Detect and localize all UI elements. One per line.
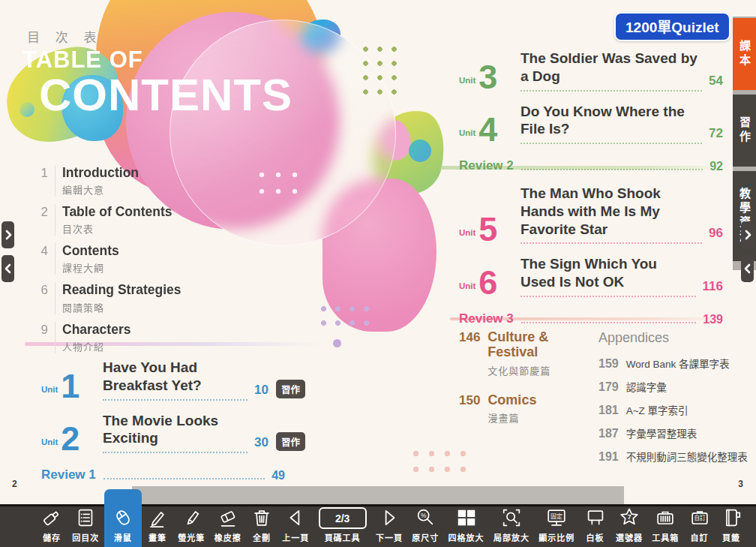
item-title: Culture & Festival [488, 330, 602, 360]
bottom-toolbar: 儲存 回目次 滑鼠 畫筆 螢光筆 橡皮擦 [0, 504, 756, 547]
eraser-tool-button[interactable]: 橡皮擦 [210, 504, 246, 547]
page-tabs-button[interactable]: 頁籤 [716, 504, 747, 547]
unit-title: Have You Had Breakfast Yet? [103, 359, 248, 395]
item-page-number: 150 [459, 393, 480, 425]
item-subtitle: 閱讀策略 [62, 300, 182, 314]
display-ratio-icon: 固定 [544, 506, 568, 529]
save-button[interactable]: 儲存 [36, 504, 68, 547]
chevron-left-icon [4, 263, 12, 274]
unit-word: Unit [459, 281, 476, 290]
unit-row[interactable]: Unit 4 Do You Know Where the File Is? 72 [459, 103, 723, 145]
item-subtitle: 漫畫篇 [488, 410, 536, 425]
display-ratio-button[interactable]: 固定 顯示比例 [534, 504, 579, 547]
workbook-badge[interactable]: 習作 [276, 432, 305, 451]
unit-row[interactable]: Unit 1 Have You Had Breakfast Yet? 10 習作 [41, 359, 305, 401]
review-page-number: 139 [703, 313, 723, 326]
chevron-right-icon [744, 230, 752, 240]
front-matter-item[interactable]: 6 Reading Strategies 閱讀策略 [36, 282, 216, 314]
unit-word: Unit [41, 437, 58, 446]
front-matter-list: 1 Introduction 編輯大意 2 Table of Contents … [36, 165, 216, 353]
toolbox-button[interactable]: 工具箱 [647, 504, 683, 547]
left-edge-next-arrow[interactable] [2, 221, 14, 248]
item-page-number: 1 [36, 165, 48, 197]
trash-icon [250, 506, 273, 529]
mouse-tool-button[interactable]: 滑鼠 [104, 489, 142, 547]
item-title: Introduction [62, 165, 139, 180]
front-matter-item[interactable]: 2 Table of Contents 目次表 [36, 204, 216, 236]
appendix-item[interactable]: 191 不規則動詞三態變化整理表 [598, 449, 752, 464]
item-page-number: 6 [36, 282, 48, 314]
front-matter-item[interactable]: 9 Characters 人物介紹 [36, 322, 216, 353]
decorative-dot [20, 102, 34, 117]
item-title: Reading Strategies [62, 282, 182, 297]
left-edge-prev-arrow[interactable] [2, 255, 14, 282]
item-subtitle: 文化與節慶篇 [488, 363, 602, 377]
decorative-blob [365, 103, 452, 202]
delete-all-button[interactable]: 全刪 [246, 504, 278, 547]
previous-page-button[interactable]: 上一頁 [278, 504, 314, 547]
four-grid-zoom-button[interactable]: 四格放大 [444, 504, 489, 547]
svg-text:固定: 固定 [550, 512, 562, 520]
unit-row[interactable]: Unit 3 The Soldier Was Saved by a Dog 54 [459, 50, 723, 92]
special-section-item[interactable]: 146 Culture & Festival 文化與節慶篇 [459, 330, 602, 377]
unit-number: 2 [61, 425, 80, 453]
right-edge-next-arrow[interactable] [741, 221, 754, 248]
pen-icon [146, 506, 169, 529]
highlighter-tool-button[interactable]: 螢光筆 [173, 504, 209, 547]
item-title: Table of Contents [62, 204, 172, 219]
front-matter-item[interactable]: 4 Contents 課程大綱 [36, 243, 216, 275]
whiteboard-button[interactable]: 白板 [580, 504, 611, 547]
item-page-number: 2 [36, 204, 48, 236]
tab-workbook[interactable]: 習作 [733, 95, 756, 167]
unit-row[interactable]: Unit 5 The Man Who Shook Hands with Me I… [459, 185, 723, 244]
quizlet-button[interactable]: 1200單Quizlet [614, 12, 730, 41]
appendix-item[interactable]: 179 認識字彙 [598, 379, 752, 394]
review-row[interactable]: Review 3 139 [459, 311, 723, 326]
item-title: 字彙學習整理表 [626, 425, 698, 440]
special-section-item[interactable]: 150 Comics 漫畫篇 [459, 393, 602, 425]
unit-row[interactable]: Unit 2 The Movie Looks Exciting 30 習作 [41, 412, 305, 454]
appendix-item[interactable]: 159 Word Bank 各課單字表 [598, 356, 752, 371]
units-list-green: Unit 3 The Soldier Was Saved by a Dog 54… [459, 50, 723, 173]
unit-page-number: 54 [709, 74, 723, 89]
tab-textbook[interactable]: 課本 [733, 18, 756, 90]
decorative-blob [322, 179, 436, 332]
unit-page-number: 10 [254, 383, 268, 398]
back-to-toc-button[interactable]: 回目次 [68, 504, 104, 547]
page-number-box[interactable]: 2/3 [319, 507, 367, 529]
custom-toolbox-button[interactable]: 自訂 自訂 [684, 504, 716, 547]
front-matter-item[interactable]: 1 Introduction 編輯大意 [36, 165, 216, 197]
workbook-badge[interactable]: 習作 [276, 380, 305, 398]
item-page-number: 4 [36, 243, 48, 275]
dotted-leader [521, 322, 697, 323]
unit-title: The Movie Looks Exciting [103, 412, 248, 448]
decorative-dots-grid [408, 446, 471, 480]
page-scroll-bar[interactable] [132, 486, 624, 504]
right-edge-prev-arrow[interactable] [741, 255, 754, 282]
page-number-tool[interactable]: 2/3 頁碼工具 [314, 505, 371, 547]
left-page-number: 2 [12, 479, 17, 489]
svg-text:%: % [421, 512, 427, 519]
item-subtitle: 人物介紹 [62, 339, 130, 353]
four-grid-zoom-icon [454, 506, 478, 529]
item-page-number: 159 [598, 357, 619, 371]
appendices-section: Appendices 159 Word Bank 各課單字表 179 認識字彙 … [598, 330, 752, 472]
number-picker-button[interactable]: 7 選號器 [611, 504, 647, 547]
unit-title: The Man Who Shook Hands with Me Is My Fa… [520, 185, 702, 238]
review-row[interactable]: Review 1 49 [41, 467, 285, 482]
area-zoom-icon [500, 506, 523, 529]
unit-number: 4 [478, 116, 497, 144]
area-zoom-button[interactable]: 局部放大 [489, 504, 534, 547]
pen-tool-button[interactable]: 畫筆 [142, 504, 173, 547]
next-page-button[interactable]: 下一頁 [371, 504, 407, 547]
original-size-button[interactable]: % 原尺寸 [407, 504, 443, 547]
item-title: Characters [62, 322, 130, 337]
appendix-item[interactable]: 187 字彙學習整理表 [598, 425, 752, 440]
chevron-left-icon [744, 263, 752, 274]
appendix-item[interactable]: 181 A~Z 單字索引 [598, 402, 752, 417]
eraser-icon [217, 506, 239, 529]
unit-number: 1 [61, 373, 80, 401]
review-row[interactable]: Review 2 92 [459, 158, 723, 173]
unit-row[interactable]: Unit 6 The Sign Which You Used Is Not OK… [459, 255, 723, 297]
unit-word: Unit [459, 228, 476, 237]
